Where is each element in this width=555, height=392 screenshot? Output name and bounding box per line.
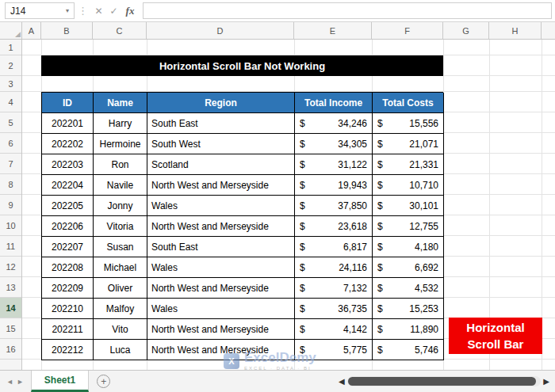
cell-region[interactable]: Wales xyxy=(147,257,295,278)
cell-id[interactable]: 202201 xyxy=(42,113,94,134)
horizontal-scrollbar-track[interactable] xyxy=(347,376,542,386)
cell-id[interactable]: 202206 xyxy=(42,216,94,237)
column-header-h[interactable]: H xyxy=(489,22,542,39)
horizontal-scrollbar[interactable]: ◀ ▶ xyxy=(336,375,552,388)
cell-region[interactable]: South West xyxy=(147,134,295,154)
cell-region[interactable]: Wales xyxy=(147,299,295,319)
select-all-corner[interactable]: ◢ xyxy=(0,22,22,39)
cell-region[interactable]: Wales xyxy=(147,196,295,216)
cell-total-costs[interactable]: $21,331 xyxy=(373,154,444,175)
cell-total-costs[interactable]: $4,532 xyxy=(373,278,444,299)
cell-total-income[interactable]: $36,735 xyxy=(295,299,373,319)
cell-total-costs[interactable]: $30,101 xyxy=(373,196,444,216)
cell-id[interactable]: 202209 xyxy=(42,278,94,299)
cell-id[interactable]: 202208 xyxy=(42,257,94,278)
cell-total-costs[interactable]: $4,180 xyxy=(373,237,444,257)
new-sheet-button[interactable]: + xyxy=(97,375,110,388)
row-header-5[interactable]: 5 xyxy=(0,112,21,133)
tab-nav-arrows[interactable]: ◄► xyxy=(0,378,31,386)
cell-name[interactable]: Luca xyxy=(94,340,147,360)
cell-name[interactable]: Navile xyxy=(94,175,147,196)
cell-name[interactable]: Susan xyxy=(94,237,147,257)
cell-name[interactable]: Oliver xyxy=(94,278,147,299)
table-header-name[interactable]: Name xyxy=(94,93,147,113)
column-header-c[interactable]: C xyxy=(93,22,147,39)
table-header-id[interactable]: ID xyxy=(42,93,94,113)
cell-name[interactable]: Vitoria xyxy=(94,216,147,237)
table-header-total-income[interactable]: Total Income xyxy=(295,93,373,113)
row-header-1[interactable]: 1 xyxy=(0,40,21,55)
horizontal-scrollbar-thumb[interactable] xyxy=(348,377,536,386)
chevron-down-icon[interactable]: ▾ xyxy=(66,7,69,14)
cell-total-income[interactable]: $31,122 xyxy=(295,154,373,175)
row-header-11[interactable]: 11 xyxy=(0,236,21,257)
cell-name[interactable]: Hermoine xyxy=(94,134,147,154)
enter-icon[interactable]: ✓ xyxy=(106,6,121,17)
cell-name[interactable]: Michael xyxy=(94,257,147,278)
cell-id[interactable]: 202202 xyxy=(42,134,94,154)
cell-region[interactable]: Scotland xyxy=(147,154,295,175)
cell-region[interactable]: South East xyxy=(147,113,295,134)
tab-nav-right-icon[interactable]: ► xyxy=(17,378,27,386)
cell-total-costs[interactable]: $15,253 xyxy=(373,299,444,319)
row-header-15[interactable]: 15 xyxy=(0,318,21,339)
cell-total-income[interactable]: $4,142 xyxy=(295,319,373,340)
cell-region[interactable]: South East xyxy=(147,237,295,257)
row-header-13[interactable]: 13 xyxy=(0,277,21,298)
cell-total-costs[interactable]: $10,710 xyxy=(373,175,444,196)
cell-name[interactable]: Ron xyxy=(94,154,147,175)
row-header-12[interactable]: 12 xyxy=(0,257,21,277)
cell-name[interactable]: Harry xyxy=(94,113,147,134)
cell-total-income[interactable]: $23,618 xyxy=(295,216,373,237)
cell-total-costs[interactable]: $11,890 xyxy=(373,319,444,340)
cell-total-income[interactable]: $34,305 xyxy=(295,134,373,154)
row-header-4[interactable]: 4 xyxy=(0,92,21,112)
insert-function-icon[interactable]: fx xyxy=(121,5,139,17)
cell-total-income[interactable]: $37,850 xyxy=(295,196,373,216)
cell-region[interactable]: North West and Merseyside xyxy=(147,278,295,299)
column-header-b[interactable]: B xyxy=(41,22,93,39)
tab-nav-left-icon[interactable]: ◄ xyxy=(6,378,17,386)
scroll-left-icon[interactable]: ◀ xyxy=(336,377,347,386)
cell-region[interactable]: North West and Merseyside xyxy=(147,175,295,196)
cell-total-income[interactable]: $24,116 xyxy=(295,257,373,278)
column-header-a[interactable]: A xyxy=(22,22,41,39)
row-header-16[interactable]: 16 xyxy=(0,339,21,360)
cell-id[interactable]: 202210 xyxy=(42,299,94,319)
table-header-region[interactable]: Region xyxy=(147,93,295,113)
cell-name[interactable]: Jonny xyxy=(94,196,147,216)
row-header-9[interactable]: 9 xyxy=(0,195,21,215)
column-header-g[interactable]: G xyxy=(443,22,489,39)
tab-sheet1[interactable]: Sheet1 xyxy=(31,371,89,392)
cell-total-costs[interactable]: $5,746 xyxy=(373,340,444,360)
cell-total-income[interactable]: $6,817 xyxy=(295,237,373,257)
cell-name[interactable]: Vito xyxy=(94,319,147,340)
cell-total-income[interactable]: $7,132 xyxy=(295,278,373,299)
column-header-d[interactable]: D xyxy=(147,22,294,39)
cell-id[interactable]: 202205 xyxy=(42,196,94,216)
row-header-7[interactable]: 7 xyxy=(0,154,21,174)
cell-id[interactable]: 202211 xyxy=(42,319,94,340)
column-header-f[interactable]: F xyxy=(372,22,443,39)
cell-region[interactable]: North West and Merseyside xyxy=(147,216,295,237)
cell-total-income[interactable]: $34,246 xyxy=(295,113,373,134)
cell-total-costs[interactable]: $6,692 xyxy=(373,257,444,278)
row-header-6[interactable]: 6 xyxy=(0,133,21,154)
name-box[interactable]: J14 ▾ xyxy=(5,2,75,19)
formula-input[interactable] xyxy=(143,2,552,19)
row-header-2[interactable]: 2 xyxy=(0,55,21,76)
row-header-3[interactable]: 3 xyxy=(0,76,21,92)
cell-region[interactable]: North West and Merseyside xyxy=(147,319,295,340)
cell-id[interactable]: 202212 xyxy=(42,340,94,360)
row-header-10[interactable]: 10 xyxy=(0,215,21,236)
cell-total-income[interactable]: $19,943 xyxy=(295,175,373,196)
row-header-8[interactable]: 8 xyxy=(0,174,21,195)
scroll-right-icon[interactable]: ▶ xyxy=(541,377,552,386)
cell-total-costs[interactable]: $15,556 xyxy=(373,113,444,134)
cell-id[interactable]: 202207 xyxy=(42,237,94,257)
cell-total-costs[interactable]: $12,755 xyxy=(373,216,444,237)
cell-name[interactable]: Malfoy xyxy=(94,299,147,319)
cell-id[interactable]: 202204 xyxy=(42,175,94,196)
cell-total-costs[interactable]: $21,071 xyxy=(373,134,444,154)
cancel-icon[interactable]: ✕ xyxy=(91,6,106,17)
